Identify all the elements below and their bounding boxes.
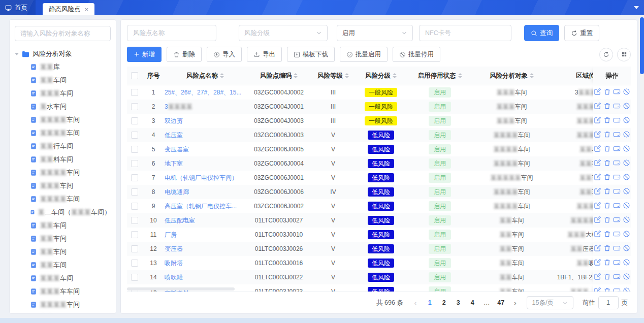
delete-icon[interactable] <box>603 259 611 266</box>
sidebar-tree-item[interactable]: 某某料车间 <box>15 153 111 166</box>
delete-icon[interactable] <box>603 216 611 223</box>
risk-point-name-link[interactable]: 低压室 <box>165 132 183 139</box>
delete-icon[interactable] <box>603 145 611 152</box>
batch-enable-button[interactable]: 批量启用 <box>340 47 388 62</box>
risk-point-name-link[interactable]: 低压配电室 <box>165 217 195 224</box>
delete-icon[interactable] <box>603 116 611 124</box>
disable-icon[interactable] <box>623 116 630 124</box>
add-button[interactable]: 新增 <box>127 47 162 62</box>
sidebar-tree-item[interactable]: 某某某某车间 <box>15 298 111 311</box>
risk-point-name-link[interactable]: 电机（轧钢厂电仪控车间） <box>165 174 238 181</box>
nfc-card-icon[interactable] <box>613 187 621 195</box>
sidebar-tree-item[interactable]: 某某库 <box>15 60 111 74</box>
risk-grade-select[interactable]: 风险分级 <box>239 25 328 41</box>
row-checkbox[interactable] <box>131 132 138 139</box>
edit-icon[interactable] <box>594 216 601 223</box>
risk-point-name-link[interactable]: 吸附塔 <box>165 260 183 267</box>
analysis-object-search-input[interactable] <box>15 26 111 41</box>
sort-icon[interactable] <box>294 73 298 78</box>
next-page-button[interactable]: › <box>511 299 519 307</box>
edit-icon[interactable] <box>594 88 601 95</box>
disable-icon[interactable] <box>623 187 630 195</box>
edit-icon[interactable] <box>594 202 601 209</box>
sort-icon[interactable] <box>345 73 349 78</box>
nfc-card-icon[interactable] <box>613 202 621 209</box>
tree-root-node[interactable]: 风险分析对象 <box>15 47 111 60</box>
page-number[interactable]: 1 <box>424 297 436 308</box>
page-number[interactable]: 3 <box>452 297 464 308</box>
disable-icon[interactable] <box>623 102 630 110</box>
risk-point-name-link[interactable]: 25#、26#、27#、28#、15... <box>165 89 241 96</box>
select-all-checkbox[interactable] <box>131 72 138 79</box>
sidebar-tree-item[interactable]: 某水车间 <box>15 100 111 113</box>
disable-icon[interactable] <box>623 244 630 252</box>
row-checkbox[interactable] <box>131 203 138 210</box>
risk-point-name-link[interactable]: 厂房 <box>165 231 177 238</box>
row-checkbox[interactable] <box>131 160 138 167</box>
sidebar-tree-item[interactable]: 某某车间 <box>15 245 111 259</box>
prev-page-button[interactable]: ‹ <box>411 299 420 307</box>
row-checkbox[interactable] <box>131 217 138 224</box>
page-number[interactable]: 4 <box>466 297 478 308</box>
disable-icon[interactable] <box>623 230 630 238</box>
reset-button[interactable]: 重置 <box>564 25 599 41</box>
sort-icon[interactable] <box>458 73 462 78</box>
risk-point-name-link[interactable]: 喷吹罐 <box>165 274 183 281</box>
chevron-down-icon[interactable] <box>634 6 639 9</box>
disable-icon[interactable] <box>623 216 630 223</box>
nfc-card-icon[interactable] <box>613 173 621 181</box>
nfc-card-icon[interactable] <box>613 244 621 252</box>
disable-icon[interactable] <box>623 173 630 181</box>
sidebar-tree-item[interactable]: 某某车间 <box>15 232 111 245</box>
horizontal-scrollbar[interactable] <box>127 287 235 290</box>
nfc-card-input[interactable] <box>419 25 511 41</box>
disable-icon[interactable] <box>623 273 630 280</box>
sidebar-tree-item[interactable]: 某某某某车间 <box>15 166 111 179</box>
tab-static-risk-points[interactable]: 静态风险点 × <box>43 3 94 15</box>
delete-icon[interactable] <box>603 102 611 110</box>
sidebar-tree-item[interactable]: 某某车间 <box>15 311 111 314</box>
search-button[interactable]: 查询 <box>524 25 559 41</box>
disable-icon[interactable] <box>623 131 630 138</box>
nfc-card-icon[interactable] <box>613 131 621 138</box>
edit-icon[interactable] <box>594 116 601 124</box>
risk-point-name-link[interactable]: 高压室（轧钢厂电仪控车... <box>165 203 237 210</box>
import-button[interactable]: 导入 <box>207 47 242 62</box>
sidebar-tree-item[interactable]: 某某车间 <box>15 219 111 232</box>
sidebar-tree-item[interactable]: 某某某车间 <box>15 179 111 192</box>
disable-icon[interactable] <box>623 145 630 152</box>
sort-icon[interactable] <box>530 73 534 78</box>
disable-icon[interactable] <box>623 159 630 167</box>
sidebar-tree-item[interactable]: 某某车间 <box>15 74 111 87</box>
risk-point-name-link[interactable]: 变压器室 <box>165 146 189 153</box>
row-checkbox[interactable] <box>131 89 138 96</box>
nfc-card-icon[interactable] <box>613 102 621 110</box>
row-checkbox[interactable] <box>131 231 138 238</box>
delete-icon[interactable] <box>603 131 611 138</box>
edit-icon[interactable] <box>594 145 601 152</box>
risk-point-name-link[interactable]: 双边剪 <box>165 117 183 124</box>
edit-icon[interactable] <box>594 230 601 238</box>
row-checkbox[interactable] <box>131 260 138 267</box>
delete-icon[interactable] <box>603 230 611 238</box>
column-settings-button[interactable] <box>617 48 631 61</box>
goto-page-input[interactable] <box>598 296 619 309</box>
delete-icon[interactable] <box>603 244 611 252</box>
sidebar-tree-item[interactable]: 某某某车间 <box>15 272 111 285</box>
delete-icon[interactable] <box>603 273 611 280</box>
nfc-card-icon[interactable] <box>613 159 621 167</box>
delete-icon[interactable] <box>603 187 611 195</box>
nfc-card-icon[interactable] <box>613 145 621 152</box>
close-icon[interactable]: × <box>85 6 89 13</box>
nfc-card-icon[interactable] <box>613 116 621 124</box>
risk-point-name-link[interactable]: 电缆通廊 <box>165 188 189 196</box>
disable-icon[interactable] <box>623 202 630 209</box>
caret-down-icon[interactable] <box>15 53 19 55</box>
nfc-card-icon[interactable] <box>613 216 621 223</box>
nfc-card-icon[interactable] <box>613 230 621 238</box>
page-size-select[interactable]: 15条/页 <box>527 296 573 309</box>
row-checkbox[interactable] <box>131 103 138 110</box>
sidebar-tree-item[interactable]: 某某某某车间 <box>15 126 111 140</box>
nfc-card-icon[interactable] <box>613 259 621 266</box>
sidebar-tree-item[interactable]: 某某某车车间 <box>15 285 111 298</box>
